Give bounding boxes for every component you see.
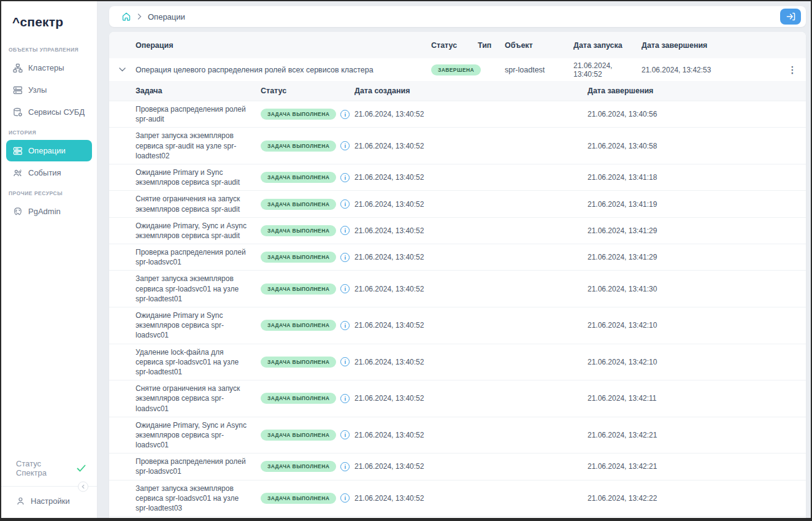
task-created-date: 21.06.2024, 13:40:52 — [354, 431, 588, 439]
task-created-date: 21.06.2024, 13:40:52 — [354, 142, 588, 150]
task-info-icon[interactable]: i — [340, 430, 350, 439]
task-created-date: 21.06.2024, 13:40:52 — [354, 494, 588, 503]
task-status-cell: ЗАДАЧА ВЫПОЛНЕНА i — [261, 357, 354, 368]
tasks-table-body: Проверка распределения ролей spr-audit З… — [109, 101, 806, 518]
task-info-icon[interactable]: i — [340, 226, 350, 235]
task-name: Ожидание Primary, Sync и Async экземпляр… — [136, 417, 261, 453]
task-status-badge: ЗАДАЧА ВЫПОЛНЕНА — [261, 357, 336, 368]
sidebar-item-operations[interactable]: Операции — [6, 140, 92, 161]
task-info-icon[interactable]: i — [340, 493, 350, 503]
task-row: Ожидание Primary и Sync экземпляров серв… — [109, 164, 806, 190]
operation-start-date: 21.06.2024, 13:40:52 — [573, 61, 642, 79]
nodes-icon — [12, 85, 23, 95]
col-header-finish-date: Дата завершения — [642, 41, 779, 50]
col-header-start-date: Дата запуска — [573, 41, 642, 50]
sidebar-item-label: Операции — [28, 146, 66, 155]
task-info-icon[interactable]: i — [340, 173, 350, 182]
col-header-operation: Операция — [136, 41, 431, 50]
operation-finish-date: 21.06.2024, 13:42:53 — [642, 66, 779, 74]
task-status-badge: ЗАДАЧА ВЫПОЛНЕНА — [261, 199, 336, 210]
task-name: Ожидание Primary, Sync и Async экземпляр… — [136, 218, 261, 244]
task-finish-date: 21.06.2024, 13:41:30 — [588, 285, 806, 293]
task-status-cell: ЗАДАЧА ВЫПОЛНЕНА i — [261, 430, 354, 441]
sidebar-collapse-button[interactable] — [78, 482, 88, 492]
sidebar-item-clusters[interactable]: Кластеры — [6, 57, 92, 79]
person-icon — [16, 496, 25, 506]
task-status-cell: ЗАДАЧА ВЫПОЛНЕНА i — [261, 493, 354, 504]
task-row: Ожидание Primary и Sync экземпляров серв… — [109, 516, 806, 518]
task-created-date: 21.06.2024, 13:40:52 — [354, 285, 588, 293]
sidebar-item-nodes[interactable]: Узлы — [6, 79, 92, 101]
task-info-icon[interactable]: i — [340, 284, 350, 293]
task-row: Снятие ограничения на запуск экземпляров… — [109, 190, 806, 217]
task-finish-date: 21.06.2024, 13:42:22 — [588, 494, 806, 503]
sidebar: ^спектр ОБЪЕКТЫ УПРАВЛЕНИЯ Кластеры — [1, 1, 97, 518]
section-label-objects: ОБЪЕКТЫ УПРАВЛЕНИЯ — [1, 41, 97, 56]
task-status-cell: ЗАДАЧА ВЫПОЛНЕНА i — [261, 320, 354, 331]
task-status-badge: ЗАДАЧА ВЫПОЛНЕНА — [261, 141, 336, 152]
task-name: Проверка распределения ролей spr-loadsvc… — [136, 244, 261, 270]
sidebar-item-events[interactable]: События — [6, 162, 92, 183]
task-info-icon[interactable]: i — [340, 321, 350, 330]
task-status-badge: ЗАДАЧА ВЫПОЛНЕНА — [261, 172, 336, 183]
task-finish-date: 21.06.2024, 13:41:19 — [588, 200, 806, 209]
task-created-date: 21.06.2024, 13:40:52 — [354, 321, 588, 330]
chevron-down-icon[interactable] — [109, 68, 136, 72]
breadcrumb-current: Операции — [148, 12, 185, 21]
logout-button[interactable] — [780, 9, 801, 25]
col-header-task: Задача — [136, 87, 261, 95]
task-name: Запрет запуска экземпляров сервиса spr-l… — [136, 271, 261, 307]
operation-object-cell: spr-loadtest — [505, 66, 573, 74]
settings-label: Настройки — [31, 496, 70, 506]
col-header-task-status: Статус — [261, 87, 354, 95]
sidebar-nav: ОБЪЕКТЫ УПРАВЛЕНИЯ Кластеры — [1, 41, 97, 453]
task-info-icon[interactable]: i — [340, 394, 350, 403]
section-label-history: ИСТОРИЯ — [1, 123, 97, 139]
task-status-badge: ЗАДАЧА ВЫПОЛНЕНА — [261, 225, 336, 236]
task-finish-date: 21.06.2024, 13:42:11 — [588, 394, 806, 403]
task-finish-date: 21.06.2024, 13:42:21 — [588, 462, 806, 471]
task-name: Проверка распределения ролей spr-loadsvc… — [136, 453, 261, 479]
task-info-icon[interactable]: i — [340, 141, 350, 150]
task-name: Запрет запуска экземпляров сервиса spr-l… — [136, 480, 261, 517]
operation-row[interactable]: Операция целевого распределения ролей вс… — [109, 58, 806, 81]
task-name: Проверка распределения ролей spr-audit — [136, 101, 261, 127]
sidebar-item-label: Узлы — [28, 85, 47, 95]
task-info-icon[interactable]: i — [340, 357, 350, 366]
task-created-date: 21.06.2024, 13:40:52 — [354, 358, 588, 366]
operation-name: Операция целевого распределения ролей вс… — [136, 66, 431, 74]
task-created-date: 21.06.2024, 13:40:52 — [354, 226, 588, 235]
task-name: Удаление lock-файла для сервиса spr-load… — [136, 344, 261, 380]
operation-status-badge: ЗАВЕРШЕНА — [431, 64, 481, 75]
sidebar-footer-divider — [1, 486, 97, 487]
task-name: Запрет запуска экземпляров сервиса spr-a… — [136, 128, 261, 164]
task-name: Снятие ограничения на запуск экземпляров… — [136, 191, 261, 217]
sidebar-item-label: PgAdmin — [28, 207, 61, 216]
sidebar-item-dbms-services[interactable]: Сервисы СУБД — [6, 101, 92, 123]
task-status-badge: ЗАДАЧА ВЫПОЛНЕНА — [261, 461, 336, 472]
task-row: Проверка распределения ролей spr-loadsvc… — [109, 244, 806, 270]
task-row: Снятие ограничения на запуск экземпляров… — [109, 380, 806, 417]
task-status-cell: ЗАДАЧА ВЫПОЛНЕНА i — [261, 199, 354, 210]
task-status-cell: ЗАДАЧА ВЫПОЛНЕНА i — [261, 141, 354, 152]
clusters-icon — [12, 63, 23, 73]
task-row: Запрет запуска экземпляров сервиса spr-l… — [109, 270, 806, 307]
main-area: Операции Операция Статус Тип Объект Да — [109, 1, 806, 518]
kebab-menu-icon[interactable]: ⋮ — [779, 65, 806, 74]
home-icon[interactable] — [121, 12, 131, 21]
logout-icon — [786, 12, 795, 21]
task-name: Ожидание Primary и Sync экземпляров серв… — [136, 307, 261, 344]
tasks-table-header: Задача Статус Дата создания Дата заверше… — [109, 81, 806, 101]
operations-table: Операция Статус Тип Объект Дата запуска … — [109, 32, 806, 518]
task-status-cell: ЗАДАЧА ВЫПОЛНЕНА i — [261, 225, 354, 236]
task-info-icon[interactable]: i — [340, 462, 350, 471]
sidebar-item-pgadmin[interactable]: PgAdmin — [6, 201, 92, 222]
task-info-icon[interactable]: i — [340, 199, 350, 209]
task-name: Ожидание Primary и Sync экземпляров серв… — [136, 164, 261, 190]
task-info-icon[interactable]: i — [340, 110, 350, 119]
task-finish-date: 21.06.2024, 13:42:10 — [588, 358, 806, 366]
pgadmin-icon — [12, 206, 23, 217]
task-row: Запрет запуска экземпляров сервиса spr-a… — [109, 127, 806, 164]
task-info-icon[interactable]: i — [340, 253, 350, 262]
dbms-services-icon — [12, 107, 23, 117]
